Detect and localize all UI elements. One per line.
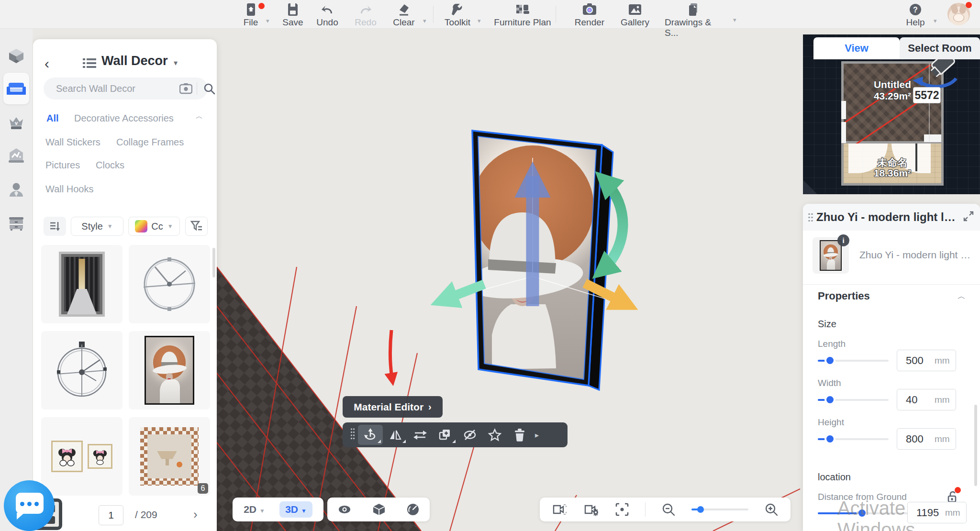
- panel-scrollbar[interactable]: [212, 248, 215, 277]
- product-card-wire-clock[interactable]: [129, 245, 210, 323]
- sidebar-item-furnish[interactable]: [3, 73, 29, 104]
- drawings-button[interactable]: Drawings & S...: [665, 2, 722, 38]
- distance-slider[interactable]: [818, 512, 910, 514]
- next-page-button[interactable]: ›: [193, 507, 198, 522]
- camera-view-button[interactable]: [552, 503, 568, 516]
- camera-settings-button[interactable]: [584, 503, 599, 516]
- render-label: Render: [575, 17, 604, 28]
- render-icon: [581, 2, 598, 17]
- toolbar-expand-icon[interactable]: ▸: [535, 431, 539, 440]
- color-filter-dropdown[interactable]: Cc ▼: [128, 217, 180, 236]
- drawings-caret-icon[interactable]: ▾: [733, 16, 736, 23]
- product-card-minnie-frames[interactable]: [41, 417, 122, 496]
- category-wall-hooks[interactable]: Wall Hooks: [45, 184, 93, 195]
- help-caret-icon[interactable]: ▾: [934, 17, 937, 24]
- width-slider-knob[interactable]: [826, 396, 834, 403]
- tab-select-room[interactable]: Select Room: [900, 37, 980, 59]
- 2d-mode-button[interactable]: 2D▼: [244, 504, 265, 515]
- height-slider[interactable]: [818, 438, 889, 440]
- item-panel-header[interactable]: Zhuo Yi - modern light lux...: [803, 204, 980, 231]
- length-slider[interactable]: [818, 360, 889, 362]
- category-pictures[interactable]: Pictures: [45, 160, 80, 171]
- category-list-icon[interactable]: [83, 57, 96, 71]
- length-input[interactable]: [906, 354, 935, 367]
- collapse-properties-icon[interactable]: ︿: [958, 291, 966, 302]
- properties-scrollbar[interactable]: [974, 405, 977, 486]
- camera-gear-icon: [584, 503, 599, 516]
- category-all[interactable]: All: [46, 113, 59, 124]
- sidebar-item-custom-furniture[interactable]: [3, 210, 29, 237]
- furniture-plan-button[interactable]: Furniture Plan: [494, 2, 551, 28]
- style-filter-label: Style: [81, 221, 102, 232]
- tab-view[interactable]: View: [813, 37, 900, 59]
- category-collage-frames[interactable]: Collage Frames: [116, 137, 184, 148]
- floorplan-minimap[interactable]: View Select Room Untitled 43.29m² 5572 未…: [803, 34, 980, 194]
- sidebar-item-ai-design[interactable]: [3, 142, 29, 169]
- 3d-mode-button[interactable]: 3D▼: [279, 501, 312, 518]
- gallery-button[interactable]: Gallery: [606, 2, 664, 28]
- search-input[interactable]: [56, 77, 176, 100]
- clear-caret-icon[interactable]: ▾: [423, 17, 426, 24]
- focus-selection-button[interactable]: [615, 503, 629, 516]
- height-slider-knob[interactable]: [826, 435, 834, 442]
- minimap-room-unnamed[interactable]: 未命名 18.36m²: [841, 144, 944, 186]
- delete-tool-button[interactable]: [507, 425, 532, 445]
- sidebar-item-construction[interactable]: [3, 42, 29, 70]
- zoom-in-button[interactable]: [765, 503, 778, 516]
- product-card-lady-hat-poster[interactable]: [129, 331, 210, 409]
- collapse-categories-icon[interactable]: ︿: [196, 112, 203, 121]
- width-input[interactable]: [906, 394, 935, 406]
- product-card-hallway-art[interactable]: [41, 245, 122, 323]
- filter-button[interactable]: [185, 217, 208, 236]
- expand-panel-icon[interactable]: [963, 210, 974, 224]
- length-slider-knob[interactable]: [826, 357, 834, 364]
- height-input[interactable]: [906, 433, 935, 445]
- support-chat-button[interactable]: [4, 480, 55, 531]
- material-editor-tooltip[interactable]: Material Editor ›: [343, 396, 443, 418]
- drag-handle-icon[interactable]: [808, 212, 813, 223]
- hide-tool-button[interactable]: [457, 425, 482, 445]
- back-button[interactable]: ‹: [45, 55, 49, 72]
- panel-title-caret-icon[interactable]: ▾: [174, 58, 178, 67]
- panel-title[interactable]: Wall Decor: [101, 54, 168, 68]
- visibility-button[interactable]: [337, 504, 352, 515]
- zoom-slider[interactable]: [691, 509, 748, 510]
- drag-handle-icon[interactable]: [350, 428, 355, 442]
- sort-button[interactable]: [44, 217, 66, 236]
- width-slider[interactable]: [818, 399, 889, 401]
- solid-view-button[interactable]: [372, 503, 386, 516]
- style-filter-dropdown[interactable]: Style ▼: [71, 217, 123, 236]
- category-wall-stickers[interactable]: Wall Stickers: [45, 137, 100, 148]
- image-search-icon[interactable]: [179, 83, 192, 96]
- toolkit-label: Toolkit: [445, 17, 470, 28]
- toolkit-caret-icon[interactable]: ▾: [478, 17, 481, 24]
- swap-tool-button[interactable]: [408, 425, 433, 445]
- duplicate-tool-button[interactable]: [433, 425, 457, 445]
- submenu-indicator: [402, 440, 406, 443]
- product-image: [145, 336, 194, 405]
- sidebar-item-account[interactable]: [3, 176, 29, 204]
- category-clocks[interactable]: Clocks: [96, 160, 124, 171]
- info-icon[interactable]: i: [837, 234, 849, 246]
- move-tool-button[interactable]: [358, 425, 383, 445]
- favorite-tool-button[interactable]: [482, 425, 507, 445]
- properties-header[interactable]: Properties: [818, 290, 870, 302]
- selected-wall-art[interactable]: [454, 117, 617, 392]
- search-icon[interactable]: [203, 83, 215, 97]
- sidebar-item-vip[interactable]: v: [3, 109, 29, 137]
- distance-input-box: mm: [907, 502, 967, 523]
- distance-input[interactable]: [916, 507, 945, 519]
- move-gizmo[interactable]: [439, 158, 628, 306]
- zoom-slider-knob[interactable]: [697, 506, 704, 513]
- distance-slider-knob[interactable]: [858, 509, 866, 517]
- page-input[interactable]: [99, 505, 123, 525]
- mirror-tool-button[interactable]: [383, 425, 408, 445]
- product-card-round-clock[interactable]: [41, 331, 122, 409]
- room-code-badge[interactable]: 5572: [913, 87, 941, 103]
- category-decorative-accessories[interactable]: Decorative Accessories: [74, 113, 174, 124]
- toolbar-divider: [556, 6, 556, 23]
- product-card-checkered-frame[interactable]: 6: [129, 417, 210, 496]
- save-icon: [286, 2, 300, 17]
- zoom-out-button[interactable]: [662, 503, 675, 516]
- performance-button[interactable]: [406, 503, 420, 516]
